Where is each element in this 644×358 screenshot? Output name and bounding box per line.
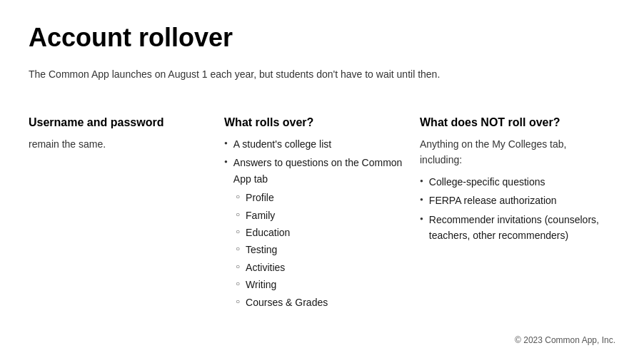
item-text: Activities — [246, 260, 285, 275]
column-username: Username and password remain the same. — [29, 116, 224, 152]
list-item: Courses & Grades — [236, 295, 406, 310]
item-text: A student's college list — [233, 136, 331, 152]
column-rolls-over: What rolls over? A student's college lis… — [224, 116, 420, 313]
list-item: FERPA release authorization — [420, 193, 601, 208]
list-item: Education — [236, 225, 406, 240]
page-title: Account rollover — [29, 23, 615, 53]
intro-text: The Common App launches on August 1 each… — [29, 67, 615, 82]
column2-title: What rolls over? — [224, 116, 406, 129]
list-item: Activities — [236, 260, 406, 275]
list-item: Answers to questions on the Common App t… — [224, 155, 406, 187]
item-text: Testing — [246, 242, 277, 257]
item-text: Family — [246, 208, 275, 223]
item-text: Answers to questions on the Common App t… — [233, 155, 406, 187]
item-text: FERPA release authorization — [429, 193, 557, 208]
list-item: Recommender invitations (counselors, tea… — [420, 212, 601, 244]
not-rolls-over-list: College-specific questions FERPA release… — [420, 174, 601, 244]
columns-container: Username and password remain the same. W… — [29, 116, 615, 313]
list-item: Testing — [236, 242, 406, 257]
item-text: Recommender invitations (counselors, tea… — [429, 212, 601, 244]
column3-intro: Anything on the My Colleges tab, includi… — [420, 136, 601, 168]
column3-title: What does NOT roll over? — [420, 116, 601, 129]
rolls-over-list: A student's college list Answers to ques… — [224, 136, 406, 187]
list-item: Profile — [236, 190, 406, 205]
item-text: Courses & Grades — [246, 295, 328, 310]
footer-text: © 2023 Common App, Inc. — [515, 335, 615, 345]
item-text: Writing — [246, 277, 276, 292]
list-item: Writing — [236, 277, 406, 292]
item-text: Profile — [246, 190, 274, 205]
sub-items-list: Profile Family Education Testing Activit… — [236, 190, 406, 310]
footer: © 2023 Common App, Inc. — [515, 335, 615, 345]
list-item: A student's college list — [224, 136, 406, 152]
item-text: College-specific questions — [429, 174, 545, 190]
column1-body: remain the same. — [29, 136, 210, 152]
column-not-rolls-over: What does NOT roll over? Anything on the… — [420, 116, 615, 246]
item-text: Education — [246, 225, 290, 240]
column1-title: Username and password — [29, 116, 210, 129]
list-item: Family — [236, 208, 406, 223]
list-item: College-specific questions — [420, 174, 601, 190]
